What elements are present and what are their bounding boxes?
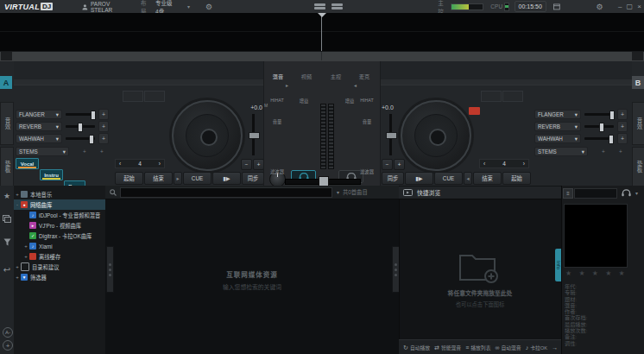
deck-a-stems-select[interactable]: STEMS▾ [16,147,69,156]
expander-icon[interactable]: + [14,275,21,280]
waveform-display[interactable] [0,13,644,51]
deck-b-fx3-add-button[interactable]: + [617,133,628,144]
deck-b-info-box-2[interactable] [502,91,523,102]
deck-b-pitch-handle[interactable] [386,132,397,139]
deck-a-play-button[interactable]: ▮▶ [212,172,241,185]
mixer-tab-mixer[interactable]: 混音 [265,73,291,80]
deck-a-fx2-add-button[interactable]: + [98,121,109,132]
deck-b-fx1-select[interactable]: FLANGER▾ [534,110,581,119]
tree-item-vjpro[interactable]: ▸ VJ'Pro - 视频曲库 [14,220,105,231]
deck-a-fx2-select[interactable]: REVERB▾ [16,122,62,131]
deck-a-stems-add-2[interactable]: + [100,149,104,155]
loop-next-icon[interactable]: › [159,161,161,167]
expander-icon[interactable]: + [14,264,21,269]
deck-b-loop-in-button[interactable]: 起始 [502,172,531,185]
deck-b-fx2-slider[interactable] [584,125,614,128]
deck-b-fx2-select[interactable]: REVERB▾ [534,122,581,131]
deck-a-fx1-slider[interactable] [66,113,95,116]
expander-icon[interactable]: + [22,243,29,249]
prelisten-button[interactable] [620,187,632,198]
rating-stars[interactable]: ★ ★ ★ ★ ★ [565,269,628,277]
deck-b-fx2-add-button[interactable]: + [617,121,628,132]
deck-a-fx3-select[interactable]: WAHWAH▾ [16,134,62,143]
mixer-tab-mic[interactable]: 麦克 [351,73,377,80]
deck-b-fx3-select[interactable]: WAHWAH▾ [534,134,581,143]
deck-a-expand-button[interactable]: ▸ [174,172,182,185]
deck-b-stems-add-2[interactable]: + [619,149,622,155]
deck-a-cue-button[interactable]: CUE [183,172,212,185]
close-button[interactable]: × [635,1,644,12]
deck-a-pads-tab[interactable]: 垫板 [0,147,14,186]
tree-item-xiami[interactable]: + ♪ Xiami [14,241,105,251]
panel-collapse-handle-left[interactable] [106,246,114,293]
deck-b-loop-out-button[interactable]: 结束 [473,172,502,185]
options-gear-icon[interactable]: ⚙ [597,3,603,11]
deck-a-loop-in-button[interactable]: 起始 [115,172,143,185]
deck-a-info-box-1[interactable] [123,91,143,102]
favorites-star-icon[interactable]: ★ [2,191,12,201]
deck-a-pitch-minus-button[interactable]: − [241,159,252,170]
deck-a-fx2-slider[interactable] [66,125,95,128]
deck-b-stems-add-1[interactable]: + [602,149,605,155]
deck-b-fx1-add-button[interactable]: + [617,109,628,120]
toolbar-autoplay[interactable]: ↻自动播放 [403,344,430,351]
search-input[interactable] [120,187,332,198]
deck-b-sync-button[interactable]: 同步 [382,172,404,185]
deck-a-pitch-handle[interactable] [249,132,260,139]
expander-icon[interactable]: + [22,254,29,259]
mixer-tab-video[interactable]: 视频 [294,73,319,80]
deck-b-pitch-minus-button[interactable]: − [382,159,393,170]
deck-a-fx1-select[interactable]: FLANGER▾ [16,110,62,119]
deck-b-loop-control[interactable]: ‹ 4 › [479,159,529,168]
tree-item-local-music[interactable]: + 本地音乐 [14,189,105,199]
mixer-tab-master[interactable]: 主控 [323,73,349,80]
deck-b-badge[interactable]: B [632,76,644,89]
toolbar-playlist[interactable]: ≡播放列表 [465,344,490,351]
toolbar-karaoke[interactable]: ♪卡拉OK [526,344,547,351]
layout-4deck-icon[interactable] [331,3,343,10]
loop-next-icon[interactable]: › [523,161,525,167]
deck-b-play-button[interactable]: ▮▶ [405,172,433,185]
deck-a-title-bar[interactable] [14,61,263,85]
chevron-down-icon[interactable]: ▾ [635,190,638,196]
minimize-button[interactable]: – [616,1,625,12]
deck-b-info-box-1[interactable] [481,91,502,102]
deck-a-stem-instru[interactable]: Instru [40,169,63,180]
expander-icon[interactable]: + [14,192,21,197]
deck-b-fx1-slider[interactable] [584,113,614,116]
filter-funnel-icon[interactable] [2,237,12,247]
menu-icon[interactable]: ≡ [563,188,573,199]
arrow-right-icon[interactable]: ▸ [286,82,288,88]
deck-b-expand-button[interactable]: ◂ [464,172,472,185]
deck-b-fx-tab[interactable]: 音效 [632,102,644,145]
toolbar-smart-mix[interactable]: ⇄智能混音 [434,344,461,351]
deck-a-stems-add-1[interactable]: + [83,149,86,155]
deck-b-cue-button[interactable]: CUE [434,172,463,185]
zoom-decrease-icon[interactable]: A- [3,327,13,338]
deck-b-title-bar[interactable] [381,61,632,85]
deck-a-fx-tab[interactable]: 音效 [0,102,14,145]
deck-b-pads-tab[interactable]: 垫板 [632,147,644,186]
toolbar-more[interactable]: → [552,345,558,351]
maximize-button[interactable]: ▢ [625,1,635,12]
deck-a-fx1-add-button[interactable]: + [98,109,109,120]
calendar-icon[interactable] [553,3,560,10]
tree-item-folders-suggestions[interactable]: + 目录和建议 [14,262,105,272]
deck-b-stems-select[interactable]: STEMS▾ [534,147,588,156]
deck-b-fx3-slider[interactable] [584,137,614,140]
deck-b-jog-wheel[interactable] [401,100,471,171]
tree-item-digitrax[interactable]: ✓ Digitrax - 卡拉OK曲库 [14,231,105,241]
tree-item-idjpool[interactable]: ♪ iDJPool - 专业音频和混音 [14,210,105,220]
deck-a-stem-vocal[interactable]: Vocal [16,158,39,169]
arrow-left-icon[interactable]: ◂ [354,82,357,88]
expander-icon[interactable]: - [14,202,21,207]
deck-a-loop-out-button[interactable]: 结束 [144,172,173,185]
toolbar-automix[interactable]: ∞自动混音 [495,344,521,351]
back-arrow-icon[interactable]: ↩ [2,264,12,275]
deck-a-loop-control[interactable]: ‹ 4 › [115,159,165,168]
covers-icon[interactable] [2,213,12,224]
loop-prev-icon[interactable]: ‹ [119,161,121,167]
deck-a-info-box-2[interactable] [144,91,165,102]
tree-item-offline-cache[interactable]: + 离线缓存 [14,251,105,262]
add-icon[interactable]: + [3,340,13,351]
